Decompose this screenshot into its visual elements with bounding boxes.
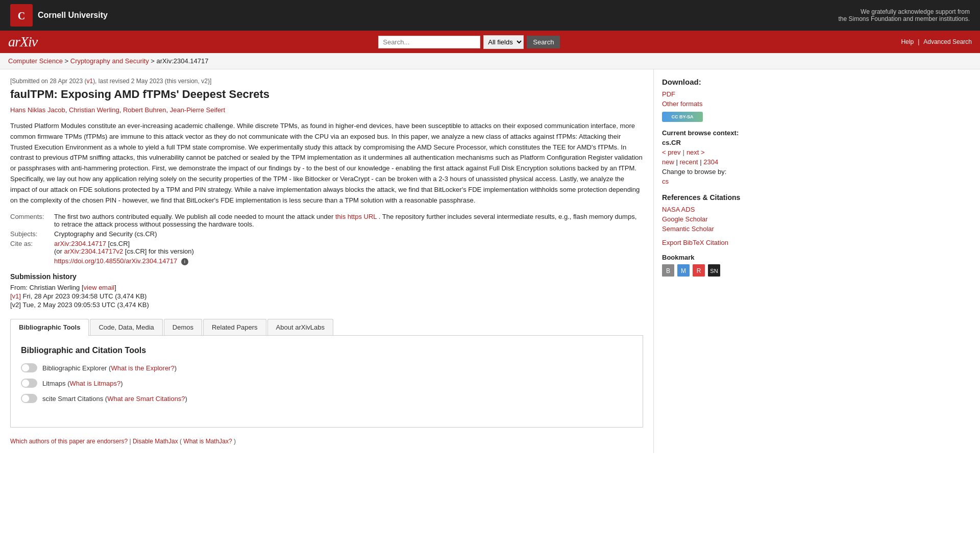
breadcrumb-category[interactable]: Cryptography and Security — [70, 57, 149, 65]
year-link[interactable]: 2304 — [703, 158, 718, 166]
scite-toggle[interactable] — [21, 394, 37, 403]
litmaps-row: Litmaps (What is Litmaps?) — [21, 379, 632, 388]
tab-related-papers[interactable]: Related Papers — [203, 319, 266, 335]
what-mathjax-link[interactable]: What is MathJax? — [183, 438, 232, 445]
bib-explorer-row: Bibliographic Explorer (What is the Expl… — [21, 363, 632, 372]
subjects-row: Subjects: Cryptography and Security (cs.… — [10, 230, 643, 238]
submission-history-title: Submission history — [10, 272, 643, 281]
history-v2: [v2] Tue, 2 May 2023 09:05:53 UTC (3,474… — [10, 301, 643, 309]
bookmark-title: Bookmark — [662, 254, 788, 261]
browse-context-value: cs.CR — [662, 139, 788, 146]
authors: Hans Niklas Jacob, Christian Werling, Ro… — [10, 106, 643, 114]
tabs-container: Bibliographic Tools Code, Data, Media De… — [10, 319, 643, 336]
history-v1: [v1] Fri, 28 Apr 2023 09:34:58 UTC (3,47… — [10, 292, 643, 300]
submission-note: [Submitted on 28 Apr 2023 (v1), last rev… — [10, 78, 643, 85]
search-button[interactable]: Search — [527, 36, 560, 48]
doi-info-icon[interactable]: i — [181, 258, 188, 265]
bib-explorer-link[interactable]: What is the Explorer? — [111, 364, 174, 372]
paper-title: faulTPM: Exposing AMD fTPMs' Deepest Sec… — [10, 88, 643, 101]
breadcrumb-cs[interactable]: Computer Science — [8, 57, 63, 65]
comments-row: Comments: The first two authors contribu… — [10, 213, 643, 228]
tab-bib-tools[interactable]: Bibliographic Tools — [10, 319, 89, 336]
tab-code-data[interactable]: Code, Data, Media — [90, 319, 162, 335]
svg-text:M: M — [681, 267, 686, 274]
author-1[interactable]: Hans Niklas Jacob — [10, 106, 65, 114]
v1-link[interactable]: v1 — [86, 78, 93, 85]
scite-label: scite Smart Citations (What are Smart Ci… — [42, 395, 187, 403]
google-scholar-link[interactable]: Google Scholar — [662, 215, 788, 223]
download-section: Download: PDF Other formats CC BY-SA — [662, 78, 788, 122]
next-link[interactable]: next > — [687, 148, 705, 156]
cite-v2-link[interactable]: arXiv:2304.14717v2 — [64, 247, 124, 255]
author-4[interactable]: Jean-Pierre Seifert — [170, 106, 225, 114]
bookmark-icon-3[interactable]: R — [693, 264, 705, 277]
browse-context-label: Current browse context: — [662, 129, 788, 137]
v1-history-link[interactable]: [v1] — [10, 292, 21, 300]
comments-link[interactable]: this https URL — [335, 213, 377, 220]
bookmark-icon-2[interactable]: M — [677, 264, 690, 277]
doi-link[interactable]: https://doi.org/10.48550/arXiv.2304.1471… — [54, 257, 177, 265]
tab-content-title: Bibliographic and Citation Tools — [21, 346, 632, 355]
cornell-logo-text: Cornell University — [38, 11, 108, 20]
tab-demos[interactable]: Demos — [164, 319, 202, 335]
search-input[interactable] — [378, 36, 480, 48]
litmaps-link[interactable]: What is Litmaps? — [69, 380, 120, 387]
cornell-logo: C Cornell University — [10, 4, 108, 27]
tab-about-arxivlabs[interactable]: About arXivLabs — [267, 319, 333, 335]
advanced-search-link[interactable]: Advanced Search — [923, 38, 972, 45]
cornell-support-text: We gratefully acknowledge support from t… — [839, 8, 970, 22]
semantic-scholar-link[interactable]: Semantic Scholar — [662, 225, 788, 233]
cite-as-link[interactable]: arXiv:2304.14717 — [54, 240, 106, 247]
refs-section: References & Citations NASA ADS Google S… — [662, 193, 788, 233]
breadcrumb-sep1: > — [65, 57, 70, 65]
scite-row: scite Smart Citations (What are Smart Ci… — [21, 394, 632, 403]
tab-content: Bibliographic and Citation Tools Bibliog… — [10, 336, 643, 428]
litmaps-label: Litmaps (What is Litmaps?) — [42, 380, 123, 387]
cs-browse-link[interactable]: cs — [662, 178, 669, 185]
svg-text:R: R — [697, 267, 701, 274]
bookmark-icon-4[interactable]: SN — [708, 264, 720, 277]
litmaps-toggle[interactable] — [21, 379, 37, 388]
new-link[interactable]: new — [662, 158, 674, 166]
bib-explorer-label: Bibliographic Explorer (What is the Expl… — [42, 364, 177, 372]
browse-nav-2: new | recent | 2304 — [662, 158, 788, 166]
comments-label: Comments: — [10, 213, 51, 228]
help-link[interactable]: Help — [901, 38, 914, 45]
submission-history: Submission history From: Christian Werli… — [10, 272, 643, 309]
browse-separator: | — [683, 148, 684, 156]
author-3[interactable]: Robert Buhren — [123, 106, 166, 114]
history-from: From: Christian Werling [view email] — [10, 284, 643, 291]
doi-row: https://doi.org/10.48550/arXiv.2304.1471… — [10, 257, 643, 265]
pdf-link[interactable]: PDF — [662, 90, 788, 98]
abstract-text: Trusted Platform Modules constitute an e… — [10, 121, 643, 206]
scite-link[interactable]: What are Smart Citations? — [107, 395, 185, 403]
prev-link[interactable]: < prev — [662, 148, 681, 156]
breadcrumb-id: arXiv:2304.14717 — [157, 57, 209, 65]
cite-as-row: Cite as: arXiv:2304.14717 [cs.CR] (or ar… — [10, 240, 643, 255]
bookmark-section: Bookmark B M R SN — [662, 254, 788, 277]
recent-link[interactable]: recent — [679, 158, 698, 166]
cite-as-label: Cite as: — [10, 240, 51, 255]
export-bibtex-link[interactable]: Export BibTeX Citation — [662, 239, 728, 246]
cornell-shield-icon: C — [10, 4, 33, 27]
other-formats-link[interactable]: Other formats — [662, 100, 788, 108]
doi-label — [10, 257, 51, 265]
svg-text:SN: SN — [710, 268, 718, 274]
search-field-select[interactable]: All fields Title Author Abstract — [483, 35, 524, 49]
breadcrumb: Computer Science > Cryptography and Secu… — [0, 53, 980, 69]
author-2[interactable]: Christian Werling — [69, 106, 119, 114]
svg-text:C: C — [18, 10, 25, 21]
bookmark-icon-1[interactable]: B — [662, 264, 674, 277]
breadcrumb-sep2: > — [151, 57, 156, 65]
nasa-ads-link[interactable]: NASA ADS — [662, 206, 788, 213]
disable-mathjax-link[interactable]: Disable MathJax — [133, 438, 178, 445]
view-email-link[interactable]: view email — [84, 284, 115, 291]
subjects-label: Subjects: — [10, 230, 51, 238]
sidebar: Download: PDF Other formats CC BY-SA Cur… — [653, 69, 796, 453]
endorsers-link[interactable]: Which authors of this paper are endorser… — [10, 438, 128, 445]
change-browse-label: Change to browse by: — [662, 168, 788, 176]
bib-explorer-toggle[interactable] — [21, 363, 37, 372]
arxiv-logo[interactable]: arXiv — [8, 34, 37, 50]
comments-value: The first two authors contributed equall… — [54, 213, 643, 228]
svg-text:B: B — [666, 267, 670, 274]
